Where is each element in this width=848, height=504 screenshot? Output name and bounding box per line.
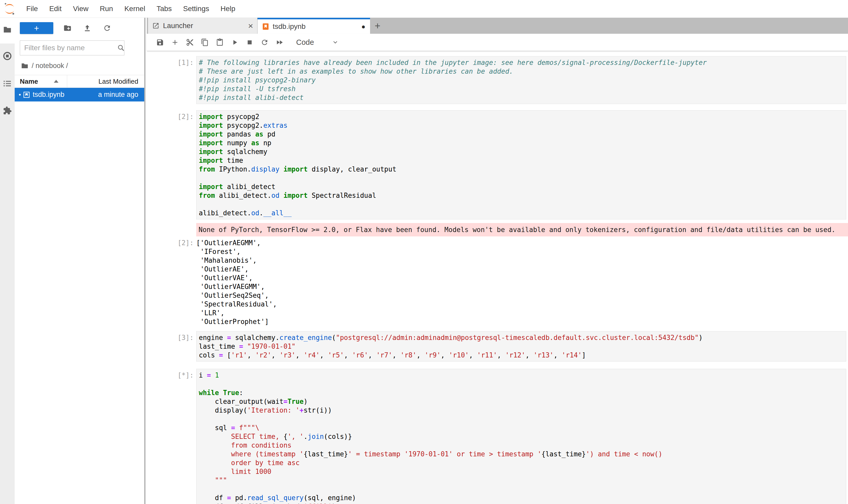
- file-browser-toolbar: +: [15, 18, 144, 38]
- code-line: while True:: [199, 389, 846, 397]
- dirty-indicator-icon: ●: [361, 23, 365, 31]
- jupyter-logo-icon: [4, 2, 15, 16]
- restart-run-all-button[interactable]: [272, 35, 287, 50]
- restart-kernel-button[interactable]: [257, 35, 272, 50]
- code-line: import pandas as pd: [199, 130, 846, 139]
- code-line: alibi_detect.od.__all__: [199, 209, 846, 217]
- file-list-header: Name Last Modified: [15, 75, 144, 88]
- launcher-icon: [152, 22, 159, 29]
- tab-notebook-active[interactable]: tsdb.ipynb ●: [257, 18, 370, 34]
- menu-item-kernel[interactable]: Kernel: [119, 0, 151, 18]
- chevron-down-icon: [332, 39, 339, 46]
- output-line: 'OutlierVAE',: [196, 273, 846, 282]
- new-launcher-button[interactable]: +: [20, 22, 53, 34]
- menu-items: FileEditViewRunKernelTabsSettingsHelp: [21, 0, 241, 18]
- cut-cells-button[interactable]: [182, 35, 197, 50]
- cell-prompt: [3]:: [168, 331, 194, 362]
- stderr-output: None of PyTorch, TensorFlow >= 2.0, or F…: [168, 223, 848, 236]
- sort-ascending-icon: [54, 80, 58, 83]
- code-line: import numpy as np: [199, 139, 846, 147]
- menu-item-settings[interactable]: Settings: [177, 0, 215, 18]
- file-name: tsdb.ipynb: [33, 91, 65, 98]
- insert-cell-button[interactable]: [167, 35, 182, 50]
- output-line: 'SpectralResidual',: [196, 300, 846, 308]
- code-line: sql = f"""\: [199, 424, 846, 432]
- copy-cells-button[interactable]: [197, 35, 212, 50]
- refresh-file-list-icon[interactable]: [102, 22, 113, 34]
- code-line: [199, 415, 846, 424]
- running-kernels-icon[interactable]: [3, 52, 12, 60]
- file-row-selected[interactable]: • tsdb.ipynb a minute ago: [15, 88, 144, 102]
- output-text: ['OutlierAEGMM', 'IForest', 'Mahalanobis…: [196, 238, 846, 326]
- tab-notebook-label: tsdb.ipynb: [273, 22, 306, 31]
- cell-type-dropdown[interactable]: Code: [296, 38, 314, 47]
- code-line: # The following libraries have already b…: [199, 58, 846, 67]
- code-line: cols = ['r1', 'r2', 'r3', 'r4', 'r5', 'r…: [199, 351, 846, 360]
- home-folder-icon: [21, 62, 29, 70]
- code-line: # These are just left in as examples to …: [199, 67, 846, 76]
- menu-item-tabs[interactable]: Tabs: [151, 0, 177, 18]
- notebook-scroll-area[interactable]: [1]:# The following libraries have alrea…: [147, 51, 848, 504]
- notebook-cell: [*]:i = 1while True: clear_output(wait=T…: [168, 369, 846, 504]
- cell-editor[interactable]: import psycopg2import psycopg2.extrasimp…: [196, 110, 846, 219]
- notebook-cell: [3]:engine = sqlalchemy.create_engine("p…: [168, 331, 846, 362]
- cell-prompt: [168, 223, 194, 236]
- menu-item-edit[interactable]: Edit: [43, 0, 67, 18]
- cell-prompt: [*]:: [168, 369, 194, 504]
- menu-item-help[interactable]: Help: [215, 0, 241, 18]
- extension-manager-icon[interactable]: [3, 106, 12, 115]
- code-line: [199, 380, 846, 389]
- menu-item-run[interactable]: Run: [94, 0, 119, 18]
- code-line: from conditions: [199, 441, 846, 450]
- code-line: order by time asc: [199, 458, 846, 467]
- code-line: df = pd.read_sql_query(sql, engine): [199, 493, 846, 502]
- top-menu-bar: FileEditViewRunKernelTabsSettingsHelp: [0, 0, 848, 18]
- code-line: #!pip install alibi-detect: [199, 93, 846, 102]
- dock-tab-bar: Launcher × tsdb.ipynb ● +: [147, 18, 848, 34]
- tab-launcher[interactable]: Launcher ×: [148, 18, 257, 34]
- output-line: 'IForest',: [196, 247, 846, 256]
- run-cell-button[interactable]: [227, 35, 242, 50]
- cell-editor[interactable]: # The following libraries have already b…: [196, 56, 846, 104]
- code-line: import sqlalchemy: [199, 147, 846, 156]
- close-tab-icon[interactable]: ×: [248, 21, 253, 30]
- output-line: ['OutlierAEGMM',: [196, 238, 846, 247]
- menu-item-view[interactable]: View: [67, 0, 94, 18]
- column-header-name[interactable]: Name: [20, 77, 38, 86]
- cell-editor[interactable]: engine = sqlalchemy.create_engine("postg…: [196, 331, 846, 362]
- code-line: #!pip install psycopg2-binary: [199, 76, 846, 85]
- code-line: import alibi_detect: [199, 182, 846, 191]
- table-of-contents-icon[interactable]: [3, 79, 12, 88]
- output-line: 'OutlierSeq2Seq',: [196, 291, 846, 300]
- code-line: [199, 485, 846, 493]
- code-line: """: [199, 476, 846, 485]
- code-line: i = 1: [199, 371, 846, 380]
- file-browser-panel: + / notebook / Name Last Modified •: [15, 18, 145, 504]
- stderr-text: None of PyTorch, TensorFlow >= 2.0, or F…: [196, 223, 848, 236]
- notebook-cells: [1]:# The following libraries have alrea…: [147, 56, 848, 504]
- file-browser-icon[interactable]: [3, 25, 12, 34]
- search-icon: [117, 44, 125, 52]
- menu-item-file[interactable]: File: [21, 0, 43, 18]
- breadcrumb[interactable]: / notebook /: [21, 60, 144, 71]
- notebook-toolbar: Code: [147, 34, 848, 51]
- column-header-last-modified[interactable]: Last Modified: [98, 77, 138, 86]
- notebook-cell: [2]:import psycopg2import psycopg2.extra…: [168, 110, 846, 219]
- cell-editor[interactable]: i = 1while True: clear_output(wait=True)…: [196, 369, 846, 504]
- cell-prompt: [2]:: [168, 238, 194, 326]
- new-tab-button[interactable]: +: [370, 18, 385, 34]
- new-folder-icon[interactable]: [62, 22, 73, 34]
- code-line: engine = sqlalchemy.create_engine("postg…: [199, 333, 846, 342]
- paste-cells-button[interactable]: [212, 35, 227, 50]
- column-divider: [67, 75, 67, 88]
- output-line: 'Mahalanobis',: [196, 256, 846, 265]
- output-line: 'OutlierAE',: [196, 265, 846, 273]
- filter-files-input[interactable]: [20, 44, 117, 52]
- interrupt-kernel-button[interactable]: [242, 35, 257, 50]
- save-button[interactable]: [152, 35, 167, 50]
- main-dock-panel: Launcher × tsdb.ipynb ● +: [147, 18, 848, 504]
- code-line: display('Iteration: '+str(i)): [199, 406, 846, 415]
- upload-icon[interactable]: [82, 22, 93, 34]
- code-line: [199, 200, 846, 209]
- notebook-tab-icon: [262, 23, 269, 30]
